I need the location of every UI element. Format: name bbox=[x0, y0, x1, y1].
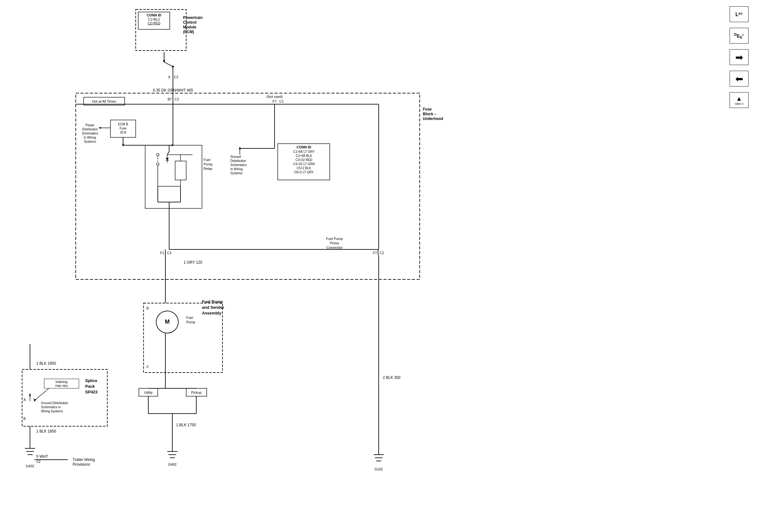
pcm-title-line3: Module bbox=[183, 25, 196, 29]
ecm-fuse-line3: 20 A bbox=[120, 131, 126, 134]
not-used-label: (Not used) bbox=[266, 95, 283, 98]
gnd-dist-sp-line1: Ground Distribution bbox=[41, 401, 68, 405]
c2-b7: C2 bbox=[175, 97, 179, 101]
wire-2blk-350-label: 2 BLK 350 bbox=[383, 375, 400, 380]
fuel-pump-prime-line3: Connector bbox=[327, 246, 343, 249]
legend-desc: DESC bbox=[730, 28, 748, 44]
svg-line-71 bbox=[35, 388, 49, 400]
f7-label: F7 bbox=[273, 99, 277, 103]
pcm-title-line1: Powertrain bbox=[183, 16, 203, 20]
legend-obd-label: OBD II bbox=[735, 102, 743, 105]
svg-rect-37 bbox=[278, 144, 330, 180]
svg-marker-34 bbox=[239, 147, 241, 149]
wire-1blk-1650-top: 1 BLK 1650 bbox=[36, 361, 56, 366]
assembly-label-line2: and Sender bbox=[202, 305, 224, 310]
legend-box: Lᵒᶜ DESC ➡ ⬅ ▲ OBD II bbox=[730, 6, 748, 108]
conn-id-label: CONN ID bbox=[147, 13, 161, 17]
motor-label-line1: Fuel bbox=[186, 316, 193, 320]
ecm-fuse-line2: Fuse bbox=[120, 126, 127, 130]
arrow-left-icon: ⬅ bbox=[735, 73, 743, 84]
legend-desc-label: DESC bbox=[734, 32, 744, 39]
ground-dist-line1: Ground bbox=[230, 155, 241, 159]
legend-obd: ▲ OBD II bbox=[730, 92, 748, 108]
power-dist-line2: Distribution bbox=[82, 127, 98, 131]
conn-id-c2: C2=RED bbox=[148, 21, 160, 25]
indexing-line1: Indexing bbox=[55, 380, 68, 384]
ecm-fuse-line1: ECM B bbox=[118, 123, 128, 126]
ground-dist-line5: Systems bbox=[230, 171, 242, 175]
svg-line-4 bbox=[164, 62, 172, 66]
wiring-diagram-svg: CONN ID C1=BLU C2=RED Powertrain Control… bbox=[0, 0, 758, 532]
fuel-pump-relay-line2: Pump bbox=[204, 162, 213, 166]
utility-label: Utility bbox=[144, 391, 153, 394]
conn-id-main-c2: C2=68 BLK bbox=[296, 154, 312, 158]
trailer-wiring-line1: Trailer Wiring bbox=[73, 457, 95, 462]
pcm-title-line4: (PCM) bbox=[183, 30, 194, 34]
splice-pack-line1: Splice bbox=[85, 378, 97, 383]
svg-rect-69 bbox=[22, 370, 107, 426]
svg-marker-30 bbox=[166, 158, 169, 160]
trailer-wiring-line2: Provisions bbox=[73, 462, 90, 467]
pin-c-label: C bbox=[147, 365, 149, 369]
fuel-pump-prime-line2: Prime bbox=[330, 241, 339, 245]
assembly-label-line3: Assembly bbox=[202, 311, 222, 315]
splice-pin-b: B bbox=[23, 417, 25, 421]
legend-loc-label: Lᵒᶜ bbox=[736, 11, 743, 18]
fuel-pump-relay-line1: Fuel bbox=[204, 158, 210, 162]
conn-id-main-c1: C1=68 LT GRY bbox=[293, 150, 315, 154]
c3-label: C3 bbox=[167, 251, 171, 255]
motor-symbol: M bbox=[165, 319, 170, 325]
gnd-dist-sp-line3: Wiring Systems bbox=[41, 409, 63, 413]
f7-c2-label: F7 bbox=[373, 251, 377, 255]
motor-label-line2: Pump bbox=[186, 320, 195, 324]
svg-rect-24 bbox=[175, 161, 186, 180]
legend-arrow-right: ➡ bbox=[730, 49, 748, 65]
conn-id-main-c4: C4=32 LT GRN bbox=[293, 162, 315, 166]
indexing-line2: may vary bbox=[55, 384, 68, 387]
b7-label: B7 bbox=[168, 97, 172, 101]
conn-id-main-c5: C5=2 BLK bbox=[297, 166, 311, 170]
c2-label-top: C2 bbox=[174, 75, 178, 79]
ground-dist-line3: Schematics bbox=[230, 163, 247, 167]
svg-point-5 bbox=[172, 66, 174, 68]
svg-marker-74 bbox=[29, 393, 31, 396]
power-dist-line3: Schematics bbox=[82, 132, 98, 135]
svg-point-20 bbox=[156, 154, 159, 156]
diagram-container: CONN ID C1=BLU C2=RED Powertrain Control… bbox=[0, 0, 758, 532]
svg-line-45 bbox=[167, 152, 169, 155]
gnd-dist-sp-line2: Schematics in bbox=[41, 406, 61, 409]
power-dist-line5: Systems bbox=[84, 140, 96, 143]
legend-loc: Lᵒᶜ bbox=[730, 6, 748, 22]
power-dist-line1: Power bbox=[86, 124, 95, 127]
wire-1blk-1750-label: 1 BLK 1750 bbox=[176, 423, 196, 427]
conn-id-c1: C1=BLU bbox=[148, 18, 160, 21]
fuel-pump-prime-line1: Fuel Pump bbox=[326, 237, 343, 241]
svg-point-21 bbox=[156, 163, 159, 165]
fuse-block-title-line2: Block – bbox=[423, 112, 436, 116]
arrow-right-icon: ➡ bbox=[735, 52, 743, 63]
f1-label: F1 bbox=[160, 251, 164, 255]
fuse-block-title-line3: Underhood bbox=[423, 117, 443, 121]
fuel-pump-relay-line3: Relay bbox=[204, 167, 213, 170]
c1-f7: C1 bbox=[279, 99, 284, 103]
pin9-label: 9 bbox=[168, 75, 170, 79]
conn-id-main-c6: C6=2 LT GRY bbox=[294, 170, 314, 174]
svg-point-3 bbox=[163, 60, 165, 62]
hot-at-all-times-label: Hot at All Times bbox=[92, 99, 117, 103]
splice-pack-line2: Pack bbox=[85, 384, 95, 389]
ground-dist-line4: in Wiring bbox=[230, 167, 243, 171]
wire-1blk-1650-bot: 1 BLK 1650 bbox=[36, 429, 56, 434]
ground-g402-right-label: G402 bbox=[168, 463, 177, 466]
ground-g402-left-label: G402 bbox=[26, 464, 34, 468]
conn-id-main-label: CONN ID bbox=[297, 145, 311, 149]
wire-1gry-120-label: 1 GRY 120 bbox=[184, 260, 202, 265]
assembly-label-line1: Fuel Pump bbox=[202, 299, 223, 304]
power-dist-line4: in Wiring bbox=[84, 136, 96, 139]
splice-pack-line3: SP423 bbox=[85, 390, 97, 394]
svg-marker-14 bbox=[98, 127, 101, 129]
fuse-block-title-line1: Fuse bbox=[423, 107, 432, 111]
conn-id-main-c3: C3=32 RED bbox=[295, 158, 312, 162]
splice-pin-a: A bbox=[23, 398, 26, 402]
legend-arrow-left: ⬅ bbox=[730, 71, 748, 87]
svg-rect-11 bbox=[76, 93, 420, 279]
